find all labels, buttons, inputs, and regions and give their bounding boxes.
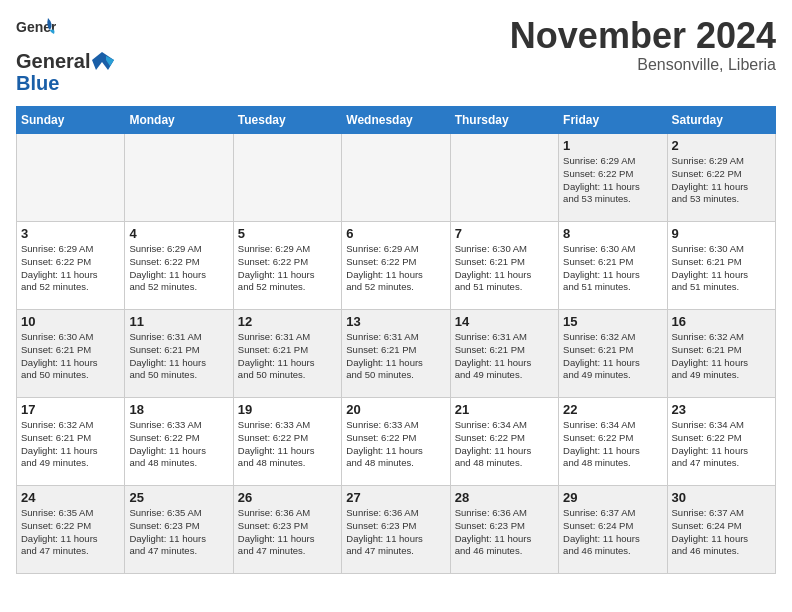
calendar-week-5: 24Sunrise: 6:35 AM Sunset: 6:22 PM Dayli… [17, 486, 776, 574]
calendar-cell [17, 134, 125, 222]
day-number: 25 [129, 490, 228, 505]
col-header-wednesday: Wednesday [342, 107, 450, 134]
calendar-cell: 5Sunrise: 6:29 AM Sunset: 6:22 PM Daylig… [233, 222, 341, 310]
logo: General General Blue [16, 16, 116, 94]
day-number: 13 [346, 314, 445, 329]
day-number: 18 [129, 402, 228, 417]
calendar-cell: 1Sunrise: 6:29 AM Sunset: 6:22 PM Daylig… [559, 134, 667, 222]
day-info: Sunrise: 6:34 AM Sunset: 6:22 PM Dayligh… [672, 419, 771, 470]
location-text: Bensonville, Liberia [510, 56, 776, 74]
day-number: 16 [672, 314, 771, 329]
day-number: 24 [21, 490, 120, 505]
day-number: 4 [129, 226, 228, 241]
day-number: 9 [672, 226, 771, 241]
day-info: Sunrise: 6:33 AM Sunset: 6:22 PM Dayligh… [238, 419, 337, 470]
calendar-cell: 7Sunrise: 6:30 AM Sunset: 6:21 PM Daylig… [450, 222, 558, 310]
day-number: 12 [238, 314, 337, 329]
calendar-cell: 10Sunrise: 6:30 AM Sunset: 6:21 PM Dayli… [17, 310, 125, 398]
day-number: 30 [672, 490, 771, 505]
logo-bird-icon [92, 52, 114, 70]
day-info: Sunrise: 6:36 AM Sunset: 6:23 PM Dayligh… [455, 507, 554, 558]
day-number: 10 [21, 314, 120, 329]
day-number: 1 [563, 138, 662, 153]
calendar-cell: 21Sunrise: 6:34 AM Sunset: 6:22 PM Dayli… [450, 398, 558, 486]
day-number: 5 [238, 226, 337, 241]
day-info: Sunrise: 6:36 AM Sunset: 6:23 PM Dayligh… [238, 507, 337, 558]
calendar-cell [125, 134, 233, 222]
day-info: Sunrise: 6:31 AM Sunset: 6:21 PM Dayligh… [129, 331, 228, 382]
day-info: Sunrise: 6:31 AM Sunset: 6:21 PM Dayligh… [238, 331, 337, 382]
calendar-cell: 15Sunrise: 6:32 AM Sunset: 6:21 PM Dayli… [559, 310, 667, 398]
col-header-saturday: Saturday [667, 107, 775, 134]
day-info: Sunrise: 6:32 AM Sunset: 6:21 PM Dayligh… [672, 331, 771, 382]
month-title: November 2024 [510, 16, 776, 56]
day-info: Sunrise: 6:35 AM Sunset: 6:22 PM Dayligh… [21, 507, 120, 558]
title-block: November 2024 Bensonville, Liberia [510, 16, 776, 74]
day-number: 23 [672, 402, 771, 417]
calendar-cell: 4Sunrise: 6:29 AM Sunset: 6:22 PM Daylig… [125, 222, 233, 310]
calendar-week-3: 10Sunrise: 6:30 AM Sunset: 6:21 PM Dayli… [17, 310, 776, 398]
day-info: Sunrise: 6:29 AM Sunset: 6:22 PM Dayligh… [346, 243, 445, 294]
day-info: Sunrise: 6:37 AM Sunset: 6:24 PM Dayligh… [672, 507, 771, 558]
calendar-cell: 9Sunrise: 6:30 AM Sunset: 6:21 PM Daylig… [667, 222, 775, 310]
calendar-cell [233, 134, 341, 222]
day-info: Sunrise: 6:33 AM Sunset: 6:22 PM Dayligh… [346, 419, 445, 470]
calendar-week-4: 17Sunrise: 6:32 AM Sunset: 6:21 PM Dayli… [17, 398, 776, 486]
calendar-cell: 20Sunrise: 6:33 AM Sunset: 6:22 PM Dayli… [342, 398, 450, 486]
day-info: Sunrise: 6:29 AM Sunset: 6:22 PM Dayligh… [21, 243, 120, 294]
day-number: 21 [455, 402, 554, 417]
day-number: 20 [346, 402, 445, 417]
day-info: Sunrise: 6:29 AM Sunset: 6:22 PM Dayligh… [563, 155, 662, 206]
day-info: Sunrise: 6:32 AM Sunset: 6:21 PM Dayligh… [563, 331, 662, 382]
day-info: Sunrise: 6:33 AM Sunset: 6:22 PM Dayligh… [129, 419, 228, 470]
day-info: Sunrise: 6:36 AM Sunset: 6:23 PM Dayligh… [346, 507, 445, 558]
calendar-cell: 27Sunrise: 6:36 AM Sunset: 6:23 PM Dayli… [342, 486, 450, 574]
day-number: 22 [563, 402, 662, 417]
calendar-cell: 29Sunrise: 6:37 AM Sunset: 6:24 PM Dayli… [559, 486, 667, 574]
day-number: 11 [129, 314, 228, 329]
calendar-cell [342, 134, 450, 222]
day-info: Sunrise: 6:30 AM Sunset: 6:21 PM Dayligh… [672, 243, 771, 294]
calendar-cell: 13Sunrise: 6:31 AM Sunset: 6:21 PM Dayli… [342, 310, 450, 398]
calendar-cell: 11Sunrise: 6:31 AM Sunset: 6:21 PM Dayli… [125, 310, 233, 398]
col-header-sunday: Sunday [17, 107, 125, 134]
day-number: 14 [455, 314, 554, 329]
col-header-friday: Friday [559, 107, 667, 134]
day-number: 26 [238, 490, 337, 505]
day-info: Sunrise: 6:30 AM Sunset: 6:21 PM Dayligh… [563, 243, 662, 294]
day-number: 2 [672, 138, 771, 153]
day-number: 8 [563, 226, 662, 241]
calendar-cell: 26Sunrise: 6:36 AM Sunset: 6:23 PM Dayli… [233, 486, 341, 574]
day-info: Sunrise: 6:37 AM Sunset: 6:24 PM Dayligh… [563, 507, 662, 558]
calendar-cell: 30Sunrise: 6:37 AM Sunset: 6:24 PM Dayli… [667, 486, 775, 574]
day-info: Sunrise: 6:30 AM Sunset: 6:21 PM Dayligh… [21, 331, 120, 382]
calendar-cell: 12Sunrise: 6:31 AM Sunset: 6:21 PM Dayli… [233, 310, 341, 398]
calendar-cell: 23Sunrise: 6:34 AM Sunset: 6:22 PM Dayli… [667, 398, 775, 486]
calendar-week-2: 3Sunrise: 6:29 AM Sunset: 6:22 PM Daylig… [17, 222, 776, 310]
day-number: 27 [346, 490, 445, 505]
calendar-cell: 18Sunrise: 6:33 AM Sunset: 6:22 PM Dayli… [125, 398, 233, 486]
day-number: 29 [563, 490, 662, 505]
day-number: 3 [21, 226, 120, 241]
calendar-cell: 17Sunrise: 6:32 AM Sunset: 6:21 PM Dayli… [17, 398, 125, 486]
day-info: Sunrise: 6:32 AM Sunset: 6:21 PM Dayligh… [21, 419, 120, 470]
calendar-cell: 16Sunrise: 6:32 AM Sunset: 6:21 PM Dayli… [667, 310, 775, 398]
day-info: Sunrise: 6:29 AM Sunset: 6:22 PM Dayligh… [672, 155, 771, 206]
calendar-cell: 22Sunrise: 6:34 AM Sunset: 6:22 PM Dayli… [559, 398, 667, 486]
calendar-cell: 28Sunrise: 6:36 AM Sunset: 6:23 PM Dayli… [450, 486, 558, 574]
calendar-cell: 3Sunrise: 6:29 AM Sunset: 6:22 PM Daylig… [17, 222, 125, 310]
calendar-cell: 24Sunrise: 6:35 AM Sunset: 6:22 PM Dayli… [17, 486, 125, 574]
logo-general-text: General [16, 50, 90, 72]
logo-icon: General [16, 16, 56, 50]
calendar-cell: 6Sunrise: 6:29 AM Sunset: 6:22 PM Daylig… [342, 222, 450, 310]
calendar-cell [450, 134, 558, 222]
logo-blue-text: Blue [16, 72, 59, 94]
calendar-cell: 25Sunrise: 6:35 AM Sunset: 6:23 PM Dayli… [125, 486, 233, 574]
page-header: General General Blue November 2024 Benso… [16, 16, 776, 94]
col-header-thursday: Thursday [450, 107, 558, 134]
day-number: 7 [455, 226, 554, 241]
calendar-table: SundayMondayTuesdayWednesdayThursdayFrid… [16, 106, 776, 574]
col-header-tuesday: Tuesday [233, 107, 341, 134]
day-info: Sunrise: 6:31 AM Sunset: 6:21 PM Dayligh… [455, 331, 554, 382]
day-number: 28 [455, 490, 554, 505]
